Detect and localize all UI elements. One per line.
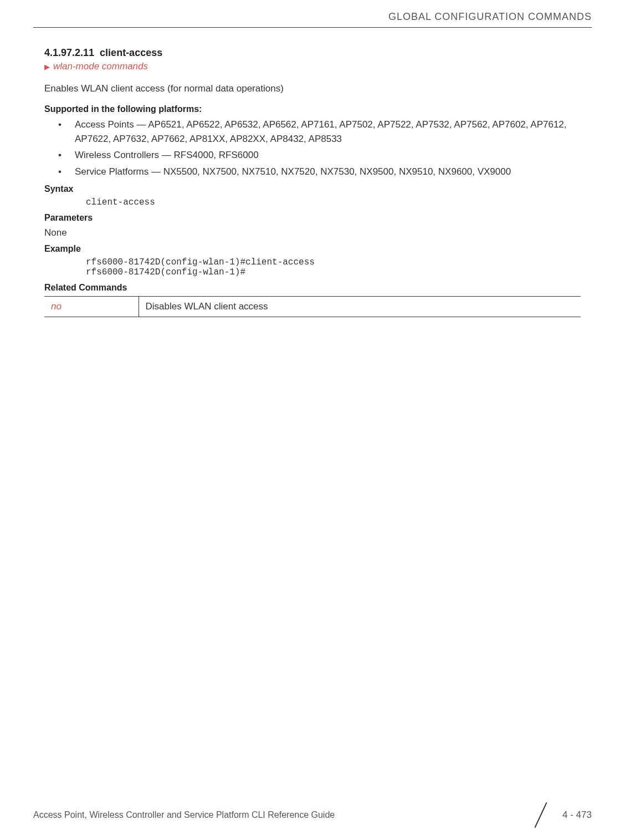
page-header: GLOBAL CONFIGURATION COMMANDS (33, 0, 592, 28)
breadcrumb-arrow-icon: ▶ (44, 63, 50, 71)
table-row: no Disables WLAN client access (44, 297, 581, 317)
page-number: 4 - 473 (562, 810, 592, 821)
related-heading: Related Commands (44, 283, 581, 293)
section-name: client-access (100, 47, 162, 58)
example-heading: Example (44, 244, 581, 254)
section-number: 4.1.97.2.11 (44, 47, 94, 58)
example-code: rfs6000-81742D(config-wlan-1)#client-acc… (44, 257, 581, 277)
parameters-heading: Parameters (44, 213, 581, 223)
list-item: Wireless Controllers — RFS4000, RFS6000 (58, 148, 581, 162)
list-item: Service Platforms — NX5500, NX7500, NX75… (58, 165, 581, 179)
footer-slash-icon (530, 804, 552, 826)
section-description: Enables WLAN client access (for normal d… (44, 83, 581, 94)
related-commands-table: no Disables WLAN client access (44, 296, 581, 317)
breadcrumb: ▶ wlan-mode commands (44, 61, 581, 72)
footer-right: 4 - 473 (530, 804, 592, 826)
supported-list: Access Points — AP6521, AP6522, AP6532, … (44, 118, 581, 179)
footer-text: Access Point, Wireless Controller and Se… (33, 810, 335, 820)
parameters-value: None (44, 227, 581, 238)
supported-heading: Supported in the following platforms: (44, 104, 581, 114)
breadcrumb-text[interactable]: wlan-mode commands (53, 61, 148, 72)
related-command-description: Disables WLAN client access (139, 297, 581, 317)
section-title: 4.1.97.2.11 client-access (44, 47, 581, 59)
syntax-heading: Syntax (44, 184, 581, 194)
syntax-code: client-access (44, 197, 581, 207)
list-item: Access Points — AP6521, AP6522, AP6532, … (58, 118, 581, 146)
page-content: 4.1.97.2.11 client-access ▶ wlan-mode co… (0, 28, 625, 804)
page-footer: Access Point, Wireless Controller and Se… (0, 804, 625, 840)
header-title: GLOBAL CONFIGURATION COMMANDS (388, 11, 592, 22)
related-command-name[interactable]: no (44, 297, 139, 317)
